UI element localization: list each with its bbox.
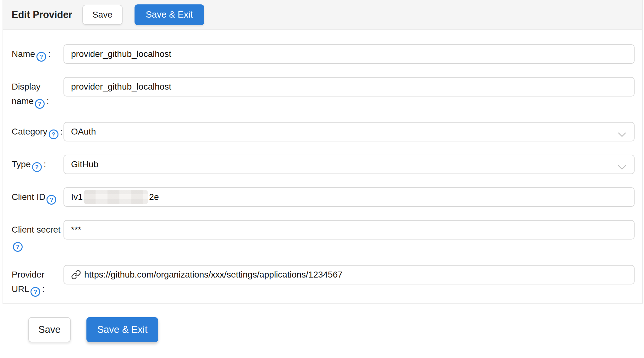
help-icon[interactable]: ? [13,242,23,252]
type-label: Type?: [12,155,63,172]
edit-provider-page: Edit Provider Save Save & Exit Name?: Di… [0,0,644,358]
category-label: Category?: [12,122,63,139]
display-name-input[interactable] [63,77,635,96]
form-row-client-id: Client ID? Iv1 2e [12,187,635,207]
help-icon[interactable]: ? [47,195,56,205]
provider-card: Edit Provider Save Save & Exit Name?: Di… [3,0,643,304]
client-id-value-suffix: 2e [149,192,159,202]
label-colon: : [42,284,45,294]
provider-url-label: Provider URL?: [12,265,63,297]
link-icon [71,270,81,280]
form-row-provider-url: Provider URL?: https://github.com/organi… [12,265,635,297]
label-colon: : [48,49,51,59]
category-select[interactable]: OAuth [63,122,635,141]
category-select-value: OAuth [71,127,96,137]
help-icon[interactable]: ? [35,99,45,109]
card-header: Edit Provider Save Save & Exit [3,0,642,30]
type-select-value: GitHub [71,159,98,169]
help-icon[interactable]: ? [49,129,58,139]
client-id-label: Client ID? [12,187,63,205]
save-button[interactable]: Save [82,5,123,25]
form-row-type: Type?: GitHub [12,155,635,174]
form-row-client-secret: Client secret ? [12,220,635,252]
client-id-input[interactable]: Iv1 2e [63,187,635,207]
help-icon[interactable]: ? [36,52,46,62]
save-button-bottom[interactable]: Save [28,317,71,342]
help-icon[interactable]: ? [32,162,42,172]
client-secret-input[interactable] [63,220,635,240]
page-title: Edit Provider [12,9,72,20]
type-select[interactable]: GitHub [63,155,635,174]
save-exit-button-bottom[interactable]: Save & Exit [86,317,158,342]
client-id-label-text: Client ID [12,192,45,202]
type-label-text: Type [12,159,31,169]
help-icon[interactable]: ? [30,287,40,297]
form-footer: Save Save & Exit [0,304,644,342]
provider-url-input[interactable]: https://github.com/organizations/xxx/set… [63,265,635,284]
label-colon: : [60,127,63,136]
save-exit-button[interactable]: Save & Exit [135,4,204,25]
display-name-label: Display name?: [12,77,63,109]
name-input[interactable] [63,44,635,64]
label-colon: : [47,96,49,106]
chevron-down-icon [618,129,626,140]
client-secret-label: Client secret ? [12,220,63,252]
redacted-blur [84,190,148,204]
label-colon: : [44,159,46,169]
form-row-display-name: Display name?: [12,77,635,109]
name-label-text: Name [12,49,35,59]
client-secret-label-text: Client secret [12,225,61,234]
form-row-name: Name?: [12,44,635,64]
name-label: Name?: [12,44,63,62]
category-label-text: Category [12,127,47,136]
chevron-down-icon [618,162,626,172]
provider-form: Name?: Display name?: Category?: OAuth [3,30,642,303]
form-row-category: Category?: OAuth [12,122,635,141]
provider-url-value: https://github.com/organizations/xxx/set… [84,270,343,280]
client-id-value-prefix: Iv1 [71,192,83,202]
